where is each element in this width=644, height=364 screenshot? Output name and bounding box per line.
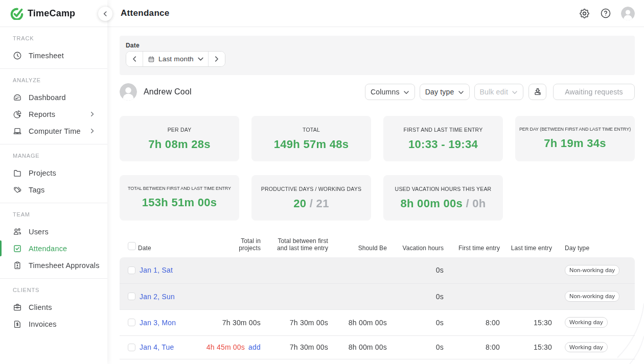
column-header-vacation-hours: Vacation hours	[387, 221, 444, 257]
tags-icon	[13, 185, 22, 195]
column-header-date: Date	[138, 221, 204, 257]
help-icon	[600, 8, 611, 19]
user-name: Andrew Cool	[144, 87, 192, 96]
row-checkbox[interactable]	[128, 266, 135, 274]
sidebar-collapse-button[interactable]	[98, 7, 112, 21]
chevron-down-icon	[458, 89, 464, 95]
row-checkbox[interactable]	[128, 319, 135, 326]
date-link[interactable]: Jan 4, Tue	[140, 343, 174, 351]
sidebar-item-timesheet[interactable]: Timesheet	[0, 47, 107, 64]
date-link[interactable]: Jan 3, Mon	[140, 319, 176, 327]
day-type-badge[interactable]: Working day	[565, 342, 608, 353]
should-be-cell: 8h 00m 00s	[328, 309, 387, 335]
user-actions: Columns Day type Bulk edit Awaiting requ…	[365, 84, 635, 100]
clipboard-user-icon	[13, 261, 22, 270]
vacation-hours-cell: 0s	[387, 309, 444, 335]
column-header-last-time-entry: Last time entry	[500, 221, 552, 257]
sidebar-item-clients[interactable]: Clients	[0, 299, 107, 316]
stat-label: FIRST AND LAST TIME ENTRY	[383, 127, 503, 133]
should-be-cell: 8h 00m 00s	[328, 335, 387, 359]
date-link[interactable]: Jan 1, Sat	[140, 266, 173, 274]
date-link[interactable]: Jan 2, Sun	[140, 293, 175, 301]
chevron-right-icon	[213, 56, 220, 62]
logo[interactable]: TimeCamp	[0, 0, 107, 27]
sidebar-item-invoices[interactable]: Invoices	[0, 316, 107, 332]
briefcase-icon	[13, 303, 22, 312]
sidebar-item-label: Timesheet	[29, 52, 64, 60]
select-all-checkbox[interactable]	[128, 242, 136, 250]
chevron-left-icon	[131, 56, 138, 62]
stat-value: 7h 08m 28s	[148, 138, 211, 151]
brand-name: TimeCamp	[28, 8, 75, 19]
sidebar-item-tags[interactable]: Tags	[0, 181, 107, 198]
gauge-icon	[13, 93, 22, 102]
row-checkbox[interactable]	[128, 293, 135, 300]
laptop-icon	[13, 127, 22, 136]
stat-card-total: TOTAL 149h 57m 48s	[251, 116, 371, 161]
stat-card-per-day: PER DAY 7h 08m 28s	[120, 116, 239, 161]
sidebar-item-timesheet-approvals[interactable]: Timesheet Approvals	[0, 257, 107, 274]
nav-section-analyze: ANALYZE	[0, 69, 107, 89]
awaiting-requests-button[interactable]: Awaiting requests	[553, 84, 635, 100]
sidebar-item-label: Timesheet Approvals	[29, 261, 100, 270]
sidebar-item-label: Tags	[29, 186, 44, 194]
nav-section-manage: MANAGE	[0, 144, 107, 164]
date-range-group: Last month	[126, 51, 225, 67]
awaiting-requests-label: Awaiting requests	[565, 88, 623, 96]
day-type-badge[interactable]: Non-working day	[565, 265, 619, 276]
columns-button[interactable]: Columns	[365, 84, 415, 100]
attendance-table: Date Total inprojects Total between firs…	[120, 221, 635, 359]
sidebar-item-users[interactable]: Users	[0, 223, 107, 240]
nav-section-clients: CLIENTS	[0, 279, 107, 299]
stat-label: TOTAL BETWEEN FIRST AND LAST TIME ENTRY	[120, 186, 239, 191]
date-filter-panel: Date Last month	[120, 36, 635, 75]
export-button[interactable]	[528, 84, 546, 100]
checkbox-check-icon	[13, 244, 22, 253]
prev-period-button[interactable]	[126, 52, 143, 66]
sidebar-item-computer-time[interactable]: Computer Time	[0, 123, 107, 139]
stat-muted-value: / 0h	[466, 197, 486, 210]
stat-value: 20	[293, 197, 306, 210]
day-type-button-label: Day type	[425, 88, 454, 96]
chevron-down-icon	[197, 56, 204, 62]
add-time-link[interactable]: add	[248, 343, 261, 351]
chevron-right-icon	[89, 128, 95, 134]
bulk-edit-button[interactable]: Bulk edit	[474, 84, 524, 100]
stat-card-vacation-hours: USED VACATION HOURS THIS YEAR 8h 00m 00s…	[383, 175, 503, 221]
sidebar-item-label: Dashboard	[29, 93, 66, 102]
first-time-entry-cell: 8:00	[444, 335, 500, 359]
stat-card-total-between: TOTAL BETWEEN FIRST AND LAST TIME ENTRY …	[120, 175, 239, 221]
main-area: Attendance Date Last month	[107, 0, 644, 364]
invoice-icon	[13, 320, 22, 329]
settings-button[interactable]	[579, 8, 590, 19]
topbar: Attendance	[107, 0, 644, 27]
sidebar-item-label: Invoices	[29, 320, 57, 328]
stat-value: 153h 51m 00s	[142, 196, 217, 209]
sidebar-item-dashboard[interactable]: Dashboard	[0, 89, 107, 106]
sidebar-item-label: Clients	[29, 303, 52, 311]
stats-grid: PER DAY 7h 08m 28s TOTAL 149h 57m 48s FI…	[120, 116, 635, 221]
timecamp-logo-icon	[10, 7, 24, 20]
sidebar-item-attendance[interactable]: Attendance	[0, 240, 107, 257]
stat-label: PRODUCTIVE DAYS / WORKING DAYS	[251, 186, 371, 192]
next-period-button[interactable]	[209, 52, 225, 66]
date-range-button[interactable]: Last month	[143, 52, 209, 66]
sidebar-item-label: Computer Time	[29, 127, 81, 135]
day-type-button[interactable]: Day type	[420, 84, 470, 100]
stat-value: 10:33 - 19:34	[408, 138, 478, 151]
row-checkbox[interactable]	[128, 344, 135, 351]
day-type-badge[interactable]: Non-working day	[565, 291, 619, 302]
sidebar-nav: TRACK Timesheet ANALYZE Dashboard Report…	[0, 27, 107, 337]
day-type-badge[interactable]: Working day	[565, 317, 608, 328]
stat-label: PER DAY (BETWEEN FIRST AND LAST TIME ENT…	[515, 127, 635, 132]
user-menu-button[interactable]	[621, 7, 635, 20]
sidebar-item-label: Reports	[29, 110, 55, 118]
table-row: Jan 3, Mon 7h 30m 00s 7h 30m 00s 8h 00m …	[120, 309, 635, 335]
clock-icon	[13, 51, 22, 60]
sidebar-item-reports[interactable]: Reports	[0, 106, 107, 123]
help-button[interactable]	[600, 8, 611, 19]
avatar	[621, 7, 635, 20]
sidebar-item-projects[interactable]: Projects	[0, 164, 107, 181]
nav-section-track: TRACK	[0, 27, 107, 47]
stat-card-per-day-between: PER DAY (BETWEEN FIRST AND LAST TIME ENT…	[515, 116, 635, 161]
